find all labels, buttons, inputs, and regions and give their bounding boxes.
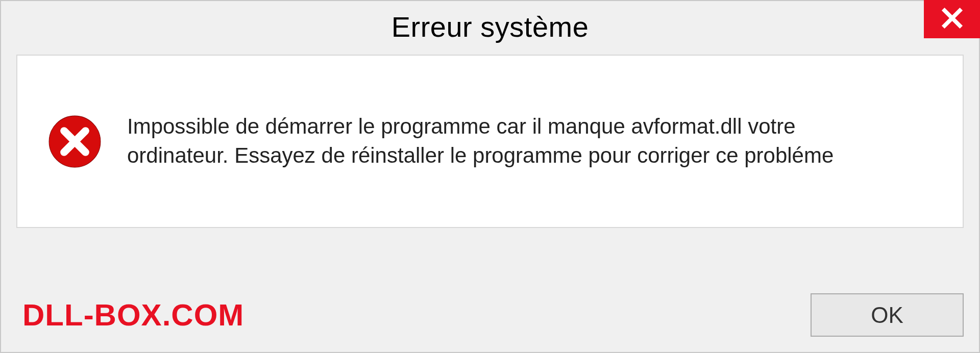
close-button[interactable] [924, 0, 980, 38]
dialog-footer: DLL-BOX.COM OK [16, 293, 964, 337]
title-bar: Erreur système [1, 1, 979, 52]
content-panel: Impossible de démarrer le programme car … [16, 55, 964, 228]
watermark-text: DLL-BOX.COM [16, 297, 244, 333]
error-icon [48, 115, 102, 168]
error-message: Impossible de démarrer le programme car … [127, 112, 883, 170]
error-dialog: Erreur système Impossible de démarrer le… [0, 0, 980, 353]
close-icon [941, 7, 964, 32]
ok-button[interactable]: OK [811, 293, 964, 337]
dialog-title: Erreur système [391, 10, 589, 43]
